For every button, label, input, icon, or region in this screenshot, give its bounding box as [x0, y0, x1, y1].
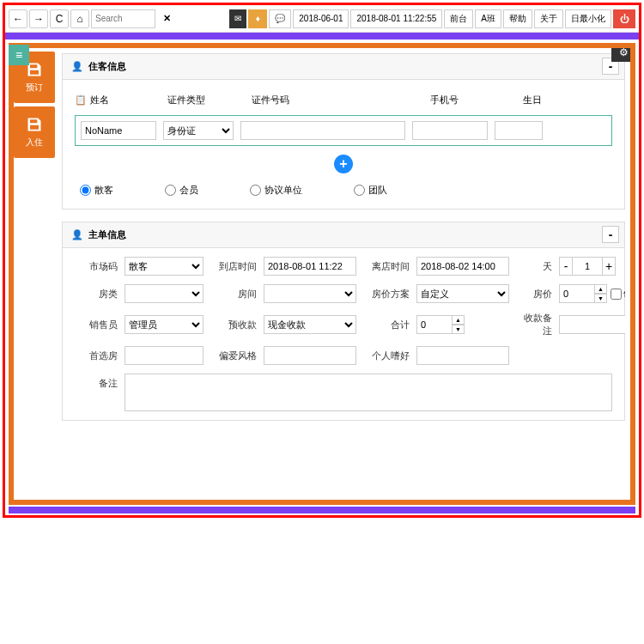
col-idtype: 证件类型: [167, 94, 245, 106]
price-down[interactable]: ▼: [595, 294, 607, 303]
content-frame: ⚙ 预订 入住 👤 住客信息 - 📋 姓名: [9, 43, 635, 505]
user-icon: 👤: [71, 61, 83, 72]
guest-idno-input[interactable]: [240, 121, 405, 140]
label-arrive: 到店时间: [210, 260, 257, 273]
power-button[interactable]: ⏻: [613, 9, 635, 28]
col-birthday: 生日: [523, 94, 574, 106]
col-name: 📋 姓名: [75, 94, 161, 106]
order-form-row3: 销售员 管理员 预收款 现金收款 合计 ▲▼ 收款备注: [75, 312, 612, 337]
market-select[interactable]: 散客: [125, 257, 204, 276]
home-button[interactable]: ⌂: [70, 9, 89, 28]
total-numbox: ▲▼: [416, 315, 509, 334]
order-info-panel: 👤 主单信息 - 市场码 散客 到店时间 离店时间 天 -: [62, 222, 625, 421]
prefroom-input[interactable]: [125, 346, 204, 365]
guest-phone-input[interactable]: [412, 121, 488, 140]
days-minus-button[interactable]: -: [559, 257, 573, 276]
forward-button[interactable]: →: [29, 9, 48, 28]
leave-input[interactable]: [416, 257, 509, 276]
settings-gear-icon[interactable]: ⚙: [611, 43, 635, 62]
minimize-button[interactable]: 日最小化: [565, 9, 611, 28]
label-remark: 备注: [75, 374, 118, 390]
payremark-input[interactable]: [559, 315, 625, 334]
label-roomtype: 房类: [75, 288, 118, 301]
menu-toggle-button[interactable]: ≡: [9, 45, 29, 65]
mail-button[interactable]: ✉: [229, 9, 246, 28]
guest-columns-header: 📋 姓名 证件类型 证件号码 手机号 生日: [75, 88, 612, 115]
shift-button[interactable]: A班: [475, 9, 501, 28]
style-input[interactable]: [264, 346, 356, 365]
total-up[interactable]: ▲: [453, 315, 465, 325]
secret-checkbox[interactable]: 保密: [611, 288, 625, 300]
notify-button[interactable]: ♦: [248, 9, 267, 28]
back-button[interactable]: ←: [9, 9, 27, 28]
search-input[interactable]: [91, 9, 155, 28]
front-desk-button[interactable]: 前台: [444, 9, 473, 28]
room-select[interactable]: [264, 284, 356, 303]
label-days: 天: [516, 260, 552, 273]
col-phone: 手机号: [430, 94, 516, 106]
user-icon: 👤: [71, 229, 83, 240]
remark-textarea[interactable]: [125, 374, 612, 411]
save-icon: [26, 116, 43, 133]
order-panel-title: 主单信息: [88, 228, 126, 241]
remarks-row: 备注: [75, 365, 612, 411]
guest-row: 身份证: [75, 115, 612, 146]
reserve-label: 预订: [26, 82, 43, 94]
hobby-input[interactable]: [416, 346, 509, 365]
arrive-input[interactable]: [264, 257, 356, 276]
help-button[interactable]: 帮助: [503, 9, 532, 28]
radio-agreement[interactable]: 协议单位: [250, 184, 302, 197]
radio-member[interactable]: 会员: [165, 184, 198, 197]
seller-select[interactable]: 管理员: [125, 315, 204, 334]
guest-info-panel: 👤 住客信息 - 📋 姓名 证件类型 证件号码 手机号 生日 身份证: [62, 53, 625, 210]
chat-icon[interactable]: 💬: [269, 9, 291, 28]
date2-label: 2018-08-01 11:22:55: [350, 9, 442, 28]
col-idno: 证件号码: [252, 94, 423, 106]
date1-label: 2018-06-01: [293, 9, 349, 28]
label-seller: 销售员: [75, 319, 118, 331]
roomtype-select[interactable]: [125, 284, 204, 303]
label-hobby: 个人嗜好: [363, 349, 410, 362]
label-leave: 离店时间: [363, 260, 410, 273]
label-room: 房间: [210, 288, 257, 301]
days-input[interactable]: [573, 257, 602, 276]
days-plus-button[interactable]: +: [602, 257, 616, 276]
guest-idtype-select[interactable]: 身份证: [163, 121, 234, 140]
guest-panel-title: 住客信息: [88, 60, 126, 73]
price-up[interactable]: ▲: [595, 284, 607, 294]
radio-guest[interactable]: 散客: [80, 184, 113, 197]
about-button[interactable]: 关于: [534, 9, 563, 28]
label-prefroom: 首选房: [75, 349, 118, 362]
order-panel-header: 👤 主单信息 -: [63, 222, 624, 248]
label-prepay: 预收款: [210, 319, 257, 331]
label-priceplan: 房价方案: [363, 288, 410, 301]
label-payremark: 收款备注: [516, 312, 552, 337]
guest-name-input[interactable]: [81, 121, 156, 140]
clear-search-button[interactable]: ✕: [157, 9, 176, 28]
refresh-button[interactable]: C: [50, 9, 69, 28]
total-input[interactable]: [416, 315, 453, 334]
guest-type-radios: 散客 会员 协议单位 团队: [75, 179, 612, 200]
guest-birthday-input[interactable]: [495, 121, 543, 140]
days-spinner: - +: [559, 257, 625, 276]
label-total: 合计: [363, 319, 410, 331]
prepay-select[interactable]: 现金收款: [264, 315, 356, 334]
add-guest-button[interactable]: +: [334, 155, 353, 173]
radio-group[interactable]: 团队: [354, 184, 387, 197]
order-form-row1: 市场码 散客 到店时间 离店时间 天 - +: [75, 257, 612, 276]
bottom-accent-bar: [9, 507, 635, 513]
label-market: 市场码: [75, 260, 118, 273]
checkin-button[interactable]: 入住: [14, 106, 55, 158]
label-style: 偏爱风格: [210, 349, 257, 362]
price-input[interactable]: [559, 284, 595, 303]
label-price: 房价: [516, 288, 552, 301]
total-down[interactable]: ▼: [453, 325, 465, 334]
price-numbox: ▲▼: [559, 284, 607, 303]
checkin-label: 入住: [26, 137, 43, 149]
order-form-row4: 首选房 偏爱风格 个人嗜好: [75, 346, 612, 365]
collapse-button[interactable]: -: [602, 226, 619, 243]
priceplan-select[interactable]: 自定义: [416, 284, 509, 303]
guest-panel-header: 👤 住客信息 -: [63, 54, 624, 80]
order-form-row2: 房类 房间 房价方案 自定义 房价 ▲▼ 保密: [75, 284, 612, 303]
main-content: 👤 住客信息 - 📋 姓名 证件类型 证件号码 手机号 生日 身份证: [62, 53, 625, 495]
